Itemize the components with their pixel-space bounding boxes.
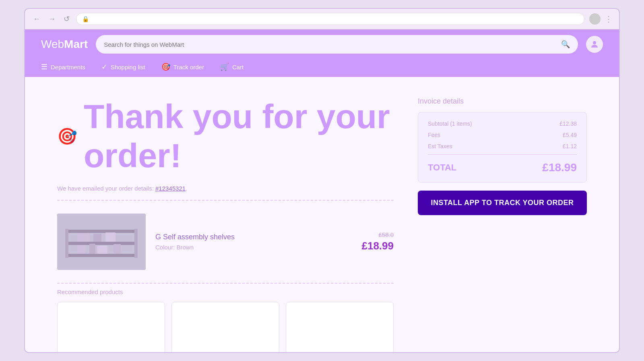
browser-window: ← → ↺ 🔒 ⋮ WebMart 🔍 ☰ Departments [24, 8, 620, 353]
departments-icon: ☰ [41, 62, 47, 71]
svg-rect-7 [77, 245, 85, 254]
menu-dots[interactable]: ⋮ [605, 14, 613, 24]
app-header: WebMart 🔍 [25, 29, 619, 59]
thank-you-heading: 🎯 Thank you for your order! [57, 97, 394, 175]
search-icon[interactable]: 🔍 [561, 40, 570, 49]
product-colour: Colour: Brown [155, 244, 352, 251]
original-price: £58.0 [361, 231, 394, 238]
address-bar[interactable]: 🔒 [76, 13, 584, 25]
svg-rect-3 [65, 242, 138, 245]
success-icon: 🎯 [57, 127, 77, 146]
subtotal-line: Subtotal (1 items) £12.38 [428, 120, 577, 127]
nav-shopping-list[interactable]: ✓ Shopping list [101, 62, 145, 71]
invoice-box: Subtotal (1 items) £12.38 Fees £5.49 Est… [418, 112, 587, 183]
product-row: G Self assembly shelves Colour: Brown £5… [57, 205, 394, 278]
fees-label: Fees [428, 132, 440, 138]
subtotal-value: £12.38 [559, 120, 577, 127]
back-button[interactable]: ← [31, 14, 42, 24]
svg-rect-11 [77, 233, 89, 242]
left-column: 🎯 Thank you for your order! We have emai… [57, 97, 394, 332]
sale-price: £18.99 [361, 240, 394, 252]
search-input[interactable] [104, 41, 561, 48]
refresh-button[interactable]: ↺ [62, 14, 71, 24]
track-order-label: Track order [173, 64, 204, 71]
departments-label: Departments [51, 64, 85, 71]
search-bar-container[interactable]: 🔍 [96, 35, 578, 54]
svg-rect-4 [65, 230, 138, 233]
total-amount: £18.99 [542, 161, 577, 174]
order-number-link[interactable]: #12345321 [155, 185, 186, 192]
recommended-card-3[interactable] [286, 302, 394, 352]
taxes-value: £1.12 [563, 143, 577, 149]
browser-menu: ⋮ [589, 13, 613, 25]
fees-value: £5.49 [563, 132, 577, 138]
svg-rect-2 [65, 254, 138, 257]
product-info: G Self assembly shelves Colour: Brown [155, 233, 352, 251]
product-name: G Self assembly shelves [155, 233, 352, 241]
bottom-divider [57, 283, 394, 284]
svg-rect-9 [97, 246, 107, 254]
user-avatar[interactable] [586, 36, 603, 53]
svg-rect-5 [65, 229, 68, 258]
svg-rect-10 [114, 244, 121, 254]
fees-line: Fees £5.49 [428, 132, 577, 138]
shopping-list-label: Shopping list [111, 64, 145, 71]
product-image [57, 214, 146, 270]
invoice-total-section: TOTAL £18.99 [428, 154, 577, 174]
recommended-card-1[interactable] [57, 302, 165, 352]
recommended-card-2[interactable] [171, 302, 279, 352]
invoice-title: Invoice details [418, 97, 587, 106]
recommended-title: Recommended products [57, 288, 394, 295]
browser-chrome: ← → ↺ 🔒 ⋮ [25, 9, 619, 29]
svg-rect-13 [105, 232, 116, 242]
cart-icon: 🛒 [220, 62, 229, 71]
profile-circle[interactable] [589, 13, 601, 25]
svg-rect-6 [134, 229, 138, 258]
track-icon: 🎯 [161, 62, 170, 71]
svg-rect-12 [93, 234, 101, 242]
recommended-section: Recommended products [57, 288, 394, 352]
nav-track-order[interactable]: 🎯 Track order [161, 62, 204, 71]
logo[interactable]: WebMart [41, 38, 88, 51]
nav-departments[interactable]: ☰ Departments [41, 62, 85, 71]
taxes-line: Est Taxes £1.12 [428, 143, 577, 149]
svg-rect-8 [89, 244, 95, 254]
subtotal-label: Subtotal (1 items) [428, 120, 472, 127]
taxes-label: Est Taxes [428, 143, 452, 149]
cart-label: Cart [232, 64, 244, 71]
page-title: Thank you for your order! [84, 97, 394, 175]
email-suffix: . [186, 185, 187, 192]
product-pricing: £58.0 £18.99 [361, 231, 394, 252]
logo-web: Web [41, 38, 64, 50]
svg-point-0 [593, 41, 596, 44]
right-column: Invoice details Subtotal (1 items) £12.3… [418, 97, 587, 332]
nav-cart[interactable]: 🛒 Cart [220, 62, 244, 71]
total-label: TOTAL [428, 162, 456, 173]
forward-button[interactable]: → [47, 14, 57, 24]
logo-mart: Mart [64, 38, 88, 50]
email-confirmation-line: We have emailed your order details: #123… [57, 185, 394, 192]
recommended-grid [57, 302, 394, 352]
product-image-placeholder [57, 214, 146, 270]
top-divider [57, 200, 394, 201]
lock-icon: 🔒 [82, 16, 89, 22]
nav-bar: ☰ Departments ✓ Shopping list 🎯 Track or… [25, 59, 619, 77]
check-icon: ✓ [101, 62, 107, 71]
email-prefix: We have emailed your order details: [57, 185, 155, 192]
install-app-button[interactable]: INSTALL APP TO TRACK YOUR ORDER [418, 191, 587, 215]
main-content: 🎯 Thank you for your order! We have emai… [25, 77, 619, 352]
